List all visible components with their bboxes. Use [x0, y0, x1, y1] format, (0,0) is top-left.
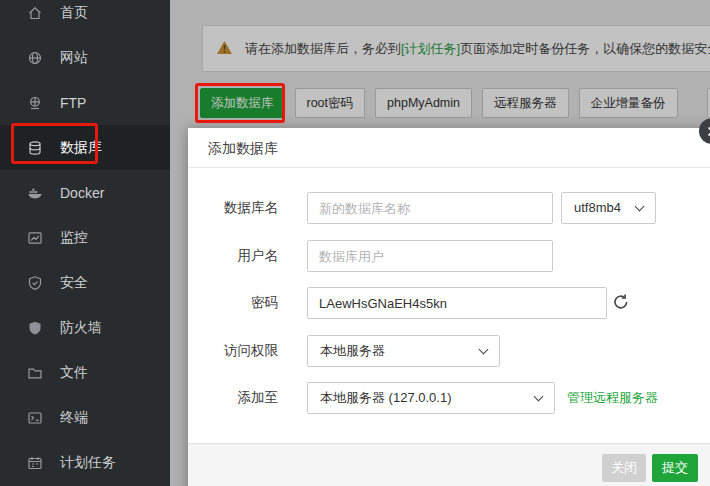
ftp-icon	[26, 94, 43, 111]
sidebar-item-docker[interactable]: Docker	[0, 170, 170, 215]
website-icon	[26, 49, 43, 66]
sidebar-item-cron[interactable]: 计划任务	[0, 440, 170, 485]
sidebar: 首页 网站 FTP 数据库 Docker	[0, 0, 170, 486]
access-label: 访问权限	[188, 335, 278, 367]
sidebar-item-terminal[interactable]: 终端	[0, 395, 170, 440]
firewall-icon	[26, 319, 43, 336]
sidebar-item-label: 文件	[60, 364, 88, 382]
sidebar-item-database[interactable]: 数据库	[0, 125, 170, 170]
sidebar-item-label: 安全	[60, 274, 88, 292]
close-button[interactable]: 关闭	[602, 454, 646, 482]
sidebar-item-label: 防火墙	[60, 319, 102, 337]
sidebar-item-website[interactable]: 网站	[0, 35, 170, 80]
home-icon	[26, 4, 43, 21]
charset-select[interactable]: utf8mb4	[561, 192, 656, 224]
sidebar-item-files[interactable]: 文件	[0, 350, 170, 395]
dialog-title: 添加数据库	[188, 128, 710, 168]
sidebar-item-home[interactable]: 首页	[0, 0, 170, 35]
sidebar-menu: 首页 网站 FTP 数据库 Docker	[0, 0, 170, 485]
close-icon	[707, 126, 710, 137]
sidebar-item-label: 网站	[60, 49, 88, 67]
username-input[interactable]	[307, 240, 553, 272]
db-name-label: 数据库名	[188, 192, 278, 224]
sidebar-item-label: Docker	[60, 185, 104, 201]
sidebar-item-label: 终端	[60, 409, 88, 427]
sidebar-item-monitor[interactable]: 监控	[0, 215, 170, 260]
password-input[interactable]	[307, 287, 607, 319]
submit-button[interactable]: 提交	[652, 454, 698, 482]
sidebar-item-firewall[interactable]: 防火墙	[0, 305, 170, 350]
sidebar-item-label: FTP	[60, 95, 86, 111]
sidebar-item-label: 首页	[60, 4, 88, 22]
add-to-select[interactable]: 本地服务器 (127.0.0.1)	[307, 382, 555, 414]
dialog-footer: 关闭 提交	[188, 443, 710, 486]
sidebar-item-label: 计划任务	[60, 454, 116, 472]
security-icon	[26, 274, 43, 291]
access-select[interactable]: 本地服务器	[307, 335, 500, 367]
add-to-label: 添加至	[188, 382, 278, 414]
monitor-icon	[26, 229, 43, 246]
sidebar-item-label: 监控	[60, 229, 88, 247]
access-selected-value: 本地服务器	[320, 343, 385, 358]
sidebar-item-ftp[interactable]: FTP	[0, 80, 170, 125]
db-name-input[interactable]	[307, 192, 553, 224]
username-label: 用户名	[188, 240, 278, 272]
manage-remote-server-link[interactable]: 管理远程服务器	[567, 382, 658, 414]
chevron-down-icon	[635, 202, 645, 212]
add-database-dialog: 添加数据库 数据库名 utf8mb4 用户名 密码 访问权限 本地服务器 添加至…	[188, 128, 710, 486]
password-label: 密码	[188, 287, 278, 319]
cron-icon	[26, 454, 43, 471]
chevron-down-icon	[479, 345, 489, 355]
sidebar-item-label: 数据库	[60, 139, 102, 157]
docker-icon	[26, 184, 43, 201]
charset-selected-value: utf8mb4	[574, 200, 621, 215]
refresh-icon[interactable]	[612, 293, 632, 313]
chevron-down-icon	[534, 392, 544, 402]
database-icon	[26, 139, 43, 156]
terminal-icon	[26, 409, 43, 426]
files-icon	[26, 364, 43, 381]
sidebar-item-security[interactable]: 安全	[0, 260, 170, 305]
add-to-selected-value: 本地服务器 (127.0.0.1)	[320, 390, 452, 405]
